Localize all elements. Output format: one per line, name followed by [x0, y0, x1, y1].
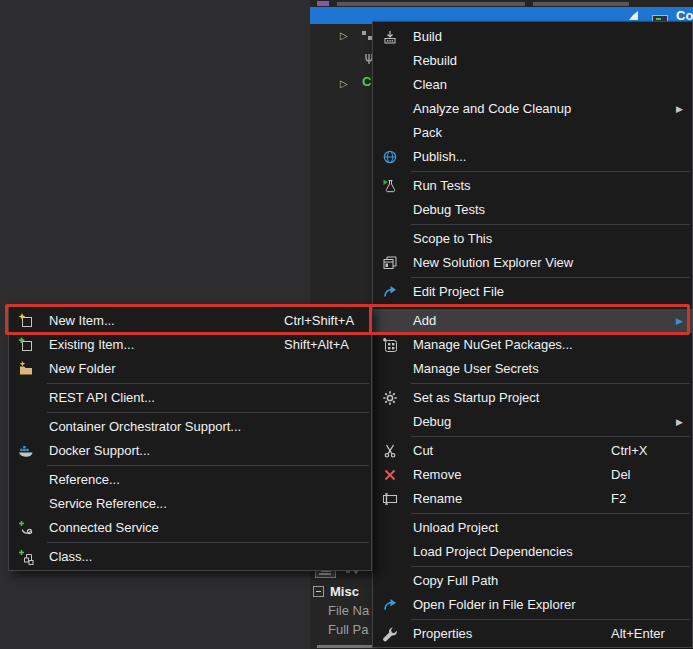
- csharp-file-icon: C: [362, 74, 371, 89]
- menu-separator: [411, 171, 690, 172]
- rename-icon: [382, 491, 398, 507]
- menu-item-cut[interactable]: CutCtrl+X: [373, 439, 692, 463]
- menu-item-build[interactable]: Build: [373, 25, 692, 49]
- solution-icon: [317, 1, 329, 6]
- dependencies-icon: [362, 31, 366, 35]
- shortcut-label: Shift+Alt+A: [284, 333, 349, 357]
- menu-item-properties[interactable]: PropertiesAlt+Enter: [373, 622, 692, 646]
- expanded-triangle-icon[interactable]: [629, 11, 638, 20]
- menu-item-docker-support[interactable]: Docker Support...: [9, 439, 371, 463]
- category-label: Misc: [330, 584, 359, 599]
- submenu-arrow-icon: ▶: [676, 309, 683, 333]
- menu-item-new-item[interactable]: New Item...Ctrl+Shift+A: [9, 309, 371, 333]
- new-solution-explorer-view-icon: [382, 255, 398, 271]
- publish-icon: [382, 149, 398, 165]
- menu-item-manage-user-secrets[interactable]: Manage User Secrets: [373, 357, 692, 381]
- menu-item-connected-service[interactable]: Connected Service: [9, 516, 371, 540]
- menu-separator: [411, 513, 690, 514]
- menu-item-run-tests[interactable]: Run Tests: [373, 174, 692, 198]
- menu-item-debug-tests[interactable]: Debug Tests: [373, 198, 692, 222]
- menu-item-existing-item[interactable]: Existing Item...Shift+Alt+A: [9, 333, 371, 357]
- edit-project-file-icon: [382, 284, 398, 300]
- menu-item-container-orchestrator-support[interactable]: Container Orchestrator Support...: [9, 415, 371, 439]
- menu-item-publish[interactable]: Publish...: [373, 145, 692, 169]
- menu-separator: [411, 306, 690, 307]
- menu-separator: [411, 436, 690, 437]
- menu-item-rebuild[interactable]: Rebuild: [373, 49, 692, 73]
- remove-icon: [382, 467, 398, 483]
- menu-item-edit-project-file[interactable]: Edit Project File: [373, 280, 692, 304]
- build-icon: [382, 29, 398, 45]
- shortcut-label: Alt+Enter: [611, 622, 665, 646]
- menu-item-new-solution-explorer-view[interactable]: New Solution Explorer View: [373, 251, 692, 275]
- menu-item-remove[interactable]: RemoveDel: [373, 463, 692, 487]
- submenu-arrow-icon: ▶: [676, 410, 683, 434]
- collapse-minus-icon[interactable]: [313, 586, 324, 597]
- new-item-icon: [18, 313, 34, 329]
- menu-item-class[interactable]: Class...: [9, 545, 371, 569]
- menu-item-analyze-and-code-cleanup[interactable]: Analyze and Code Cleanup▶: [373, 97, 692, 121]
- menu-separator: [47, 542, 369, 543]
- menu-item-rename[interactable]: RenameF2: [373, 487, 692, 511]
- menu-separator: [411, 566, 690, 567]
- property-row-file-name[interactable]: File Na: [328, 603, 372, 620]
- new-folder-icon: [18, 361, 34, 377]
- menu-item-clean[interactable]: Clean: [373, 73, 692, 97]
- wrench-icon: [382, 626, 398, 642]
- menu-separator: [411, 383, 690, 384]
- menu-item-unload-project[interactable]: Unload Project: [373, 516, 692, 540]
- menu-item-manage-nuget-packages[interactable]: Manage NuGet Packages...: [373, 333, 692, 357]
- menu-item-new-folder[interactable]: New Folder: [9, 357, 371, 381]
- shortcut-label: Del: [611, 463, 631, 487]
- menu-separator: [47, 383, 369, 384]
- menu-item-reference[interactable]: Reference...: [9, 468, 371, 492]
- shortcut-label: Ctrl+X: [611, 439, 647, 463]
- shortcut-label: F2: [611, 487, 626, 511]
- tree-row-dependencies[interactable]: ▷: [340, 26, 348, 46]
- shortcut-label: Ctrl+Shift+A: [284, 309, 354, 333]
- add-submenu: New Item...Ctrl+Shift+AExisting Item...S…: [8, 305, 372, 571]
- menu-separator: [47, 465, 369, 466]
- menu-item-debug[interactable]: Debug▶: [373, 410, 692, 434]
- visual-studio-window: ConsoleApp1 ▷ ▷ C Misc File N: [0, 0, 693, 649]
- menu-item-service-reference[interactable]: Service Reference...: [9, 492, 371, 516]
- menu-separator: [411, 619, 690, 620]
- menu-separator: [47, 412, 369, 413]
- nuget-icon: [382, 337, 398, 353]
- menu-item-add[interactable]: Add▶: [373, 309, 692, 333]
- menu-separator: [411, 224, 690, 225]
- class-icon: [18, 549, 34, 565]
- menu-item-scope-to-this[interactable]: Scope to This: [373, 227, 692, 251]
- open-folder-icon: [382, 597, 398, 613]
- menu-item-set-as-startup-project[interactable]: Set as Startup Project: [373, 386, 692, 410]
- menu-separator: [411, 277, 690, 278]
- submenu-arrow-icon: ▶: [676, 97, 683, 121]
- connected-service-icon: [18, 520, 34, 536]
- cut-icon: [382, 443, 398, 459]
- menu-item-load-project-dependencies[interactable]: Load Project Dependencies: [373, 540, 692, 564]
- menu-item-copy-full-path[interactable]: Copy Full Path: [373, 569, 692, 593]
- docker-icon: [18, 443, 34, 459]
- menu-item-rest-api-client[interactable]: REST API Client...: [9, 386, 371, 410]
- collapsed-triangle-icon[interactable]: ▷: [340, 30, 348, 41]
- gear-icon: [382, 390, 398, 406]
- collapsed-triangle-icon[interactable]: ▷: [340, 78, 348, 89]
- tree-row-program-cs[interactable]: ▷ C: [340, 74, 348, 94]
- project-context-menu: BuildRebuildCleanAnalyze and Code Cleanu…: [372, 21, 693, 648]
- menu-item-open-folder-in-file-explorer[interactable]: Open Folder in File Explorer: [373, 593, 692, 617]
- property-row-full-path[interactable]: Full Pa: [328, 622, 372, 639]
- menu-item-pack[interactable]: Pack: [373, 121, 692, 145]
- run-tests-icon: [382, 178, 398, 194]
- existing-item-icon: [18, 337, 34, 353]
